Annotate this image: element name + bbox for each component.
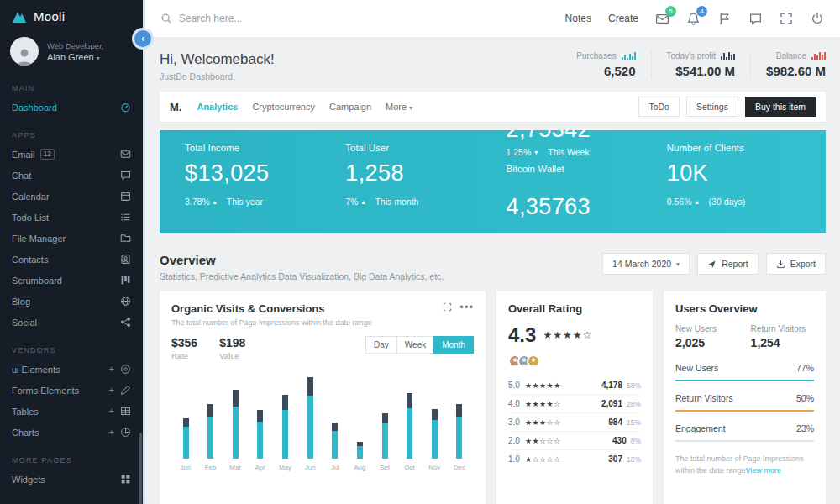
- welcome-section: Hi, Welcomeback! JustDo Dashboard, Purch…: [145, 38, 840, 90]
- mini-bar-chart-icon: [622, 52, 636, 60]
- stat-todays-profit: Today's profit $541.00 M: [651, 51, 736, 78]
- sidebar-item-social[interactable]: Social: [0, 312, 143, 333]
- create-link[interactable]: Create: [608, 13, 638, 24]
- view-more-link[interactable]: View more: [746, 466, 781, 475]
- nav-label: Chat: [12, 171, 31, 181]
- mooli-logo-icon: [12, 10, 27, 24]
- nav-label: Calendar: [12, 192, 50, 202]
- kpi-label: Number of Clients: [667, 143, 801, 153]
- user-name-dropdown[interactable]: Alan Green ▾: [47, 52, 103, 62]
- organic-visits-card: Organic Visits & Conversions The total n…: [160, 291, 486, 504]
- bar-column: Aug: [349, 442, 370, 471]
- tab-cryptocurrency[interactable]: Cryptocurrency: [252, 102, 315, 112]
- plus-icon: +: [109, 365, 114, 374]
- row-score: 1.0: [508, 454, 520, 464]
- logo[interactable]: Mooli: [0, 0, 143, 29]
- bar-column: Apr: [249, 410, 271, 471]
- sidebar-item-blog[interactable]: Blog: [0, 291, 143, 312]
- sidebar-edge-strip: [143, 0, 145, 504]
- user-profile[interactable]: Web Developer, Alan Green ▾: [0, 29, 143, 71]
- sidebar-item-widgets[interactable]: Widgets: [0, 469, 143, 490]
- report-button[interactable]: Report: [697, 253, 759, 275]
- kpi-period: This month: [375, 197, 418, 207]
- sidebar-item-dashboard[interactable]: Dashboard: [0, 97, 143, 118]
- sidebar-item-forms-elements[interactable]: Forms Elements +: [0, 380, 143, 401]
- sidebar-item-chat[interactable]: Chat: [0, 165, 143, 186]
- bar-column: Jan: [175, 418, 197, 471]
- tab-analytics[interactable]: Analytics: [197, 102, 238, 112]
- kpi-label: Total User: [345, 143, 479, 153]
- sidebar-item-todo-list[interactable]: Todo List: [0, 207, 143, 228]
- sidebar-item-ui-elements[interactable]: ui Elements +: [0, 359, 143, 380]
- rater-avatars: [508, 354, 641, 368]
- stat-value: $541.00 M: [667, 64, 736, 78]
- nav-label: Tables: [12, 407, 39, 417]
- sidebar-item-charts[interactable]: Charts +: [0, 422, 143, 443]
- notifications-button[interactable]: 4: [686, 12, 701, 26]
- export-button[interactable]: Export: [766, 253, 826, 275]
- flag-icon: [717, 12, 732, 26]
- expand-corners-icon[interactable]: [443, 302, 452, 312]
- range-toggle: Day Week Month: [366, 336, 474, 354]
- sidebar-item-tables[interactable]: Tables +: [0, 401, 143, 422]
- settings-button[interactable]: Settings: [686, 97, 738, 117]
- sidebar-item-file-manager[interactable]: File Manager: [0, 228, 143, 249]
- contacts-icon: [120, 254, 131, 265]
- avatar: [527, 354, 540, 368]
- row-stars: ★★☆☆☆: [525, 437, 561, 445]
- wallet-value-top: 2,75342: [507, 130, 640, 144]
- sidebar-scrollbar[interactable]: [139, 433, 142, 504]
- avatar: [10, 37, 39, 66]
- plus-icon: +: [109, 407, 114, 416]
- sidebar-item-scrumboard[interactable]: Scrumboard: [0, 270, 143, 291]
- range-month-button[interactable]: Month: [433, 336, 474, 354]
- tab-more-dropdown[interactable]: More ▾: [386, 102, 412, 112]
- card-title: Overall Rating: [508, 302, 582, 315]
- welcome-title: Hi, Welcomeback!: [160, 51, 275, 68]
- stat-label: Return Visitors: [751, 324, 806, 333]
- nav-section-vendors: VENDORS: [12, 346, 131, 354]
- notes-link[interactable]: Notes: [565, 13, 591, 24]
- kpi-bitcoin-wallet: 2,75342 1.25%▾This Week Bitcoin Wallet 4…: [493, 130, 654, 233]
- search-input[interactable]: [179, 13, 364, 24]
- row-score: 4.0: [508, 399, 520, 408]
- bar-month-label: Jun: [305, 464, 316, 471]
- more-options-icon[interactable]: •••: [459, 303, 474, 311]
- metric-return-visitors: Return Visitors50%: [675, 393, 814, 412]
- metric-value: 23%: [796, 423, 814, 433]
- overview-subtitle: Statistics, Predictive Analytics Data Vi…: [160, 271, 444, 281]
- main-content: Hi, Welcomeback! JustDo Dashboard, Purch…: [145, 38, 840, 504]
- kpi-period: This year: [227, 197, 263, 207]
- row-count: 2,091: [601, 399, 622, 408]
- value-value: $198: [219, 336, 245, 349]
- logout-button[interactable]: [811, 12, 825, 26]
- bar-month-label: Set: [380, 464, 390, 471]
- stat-value: 1,254: [751, 336, 806, 349]
- row-count: 307: [608, 454, 622, 464]
- user-name: Alan Green: [47, 52, 94, 62]
- users-card-footer: The total number of Page Impressions wit…: [675, 454, 814, 477]
- flag-button[interactable]: [717, 12, 732, 26]
- sidebar-item-email[interactable]: Email12: [0, 144, 143, 165]
- trend-up-icon: ▴: [213, 198, 217, 206]
- sidebar-item-calendar[interactable]: Calendar: [0, 186, 143, 207]
- bar-column: Jun: [299, 377, 321, 471]
- caret-down-icon: ▾: [97, 55, 100, 62]
- range-day-button[interactable]: Day: [365, 336, 397, 354]
- nav-label: Blog: [12, 297, 30, 307]
- tab-campaign[interactable]: Campaign: [329, 102, 371, 112]
- stat-label: Purchases: [576, 51, 616, 60]
- kpi-label: Total Income: [185, 143, 318, 153]
- range-week-button[interactable]: Week: [396, 336, 434, 354]
- fullscreen-button[interactable]: [780, 12, 794, 26]
- row-score: 3.0: [508, 417, 520, 427]
- messages-button[interactable]: [748, 12, 763, 26]
- buy-this-item-button[interactable]: Buy this item: [745, 97, 816, 117]
- users-overview-card: Users Overview New Users 2,025 Return Vi…: [664, 291, 826, 504]
- todo-button[interactable]: ToDo: [638, 97, 680, 117]
- sidebar-collapse-button[interactable]: ‹: [134, 30, 151, 47]
- bar-month-label: Feb: [205, 464, 217, 471]
- sidebar-item-contacts[interactable]: Contacts: [0, 249, 143, 270]
- mail-button[interactable]: 5: [655, 12, 669, 26]
- date-range-button[interactable]: 14 March 2020▾: [602, 253, 690, 275]
